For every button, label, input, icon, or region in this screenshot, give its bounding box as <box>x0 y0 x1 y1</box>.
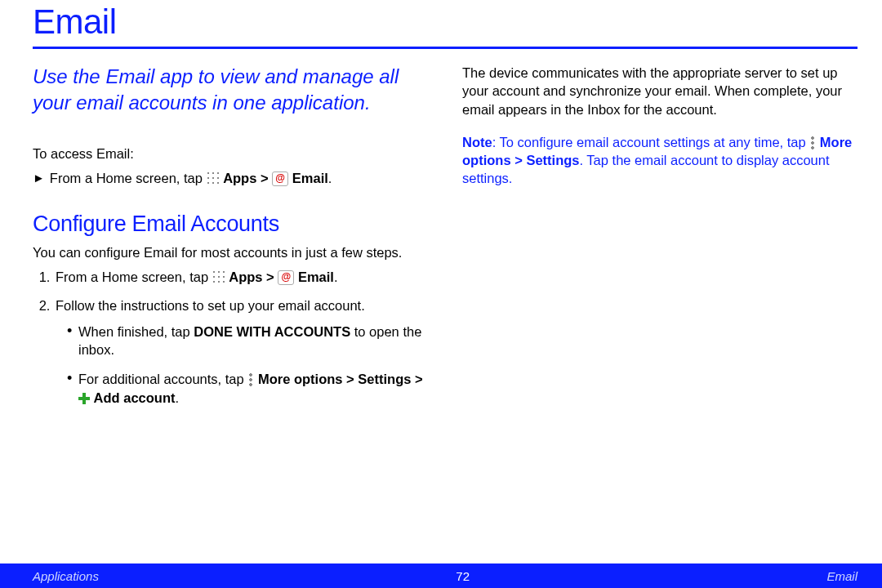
footer-section-name: Applications <box>33 569 99 583</box>
apps-grid-icon <box>212 270 225 283</box>
access-step: ► From a Home screen, tap Apps > Email. <box>33 169 428 188</box>
gt: > <box>266 270 274 284</box>
server-paragraph: The device communicates with the appropr… <box>462 64 858 118</box>
gt: > <box>261 171 269 185</box>
email-app-icon <box>272 172 288 186</box>
text-fragment: For additional accounts, tap <box>78 372 244 386</box>
apps-label: Apps <box>229 270 262 284</box>
configure-desc: You can configure Email for most account… <box>33 243 428 261</box>
apps-grid-icon <box>207 172 220 185</box>
access-label: To access Email: <box>33 145 428 163</box>
note-label: Note <box>462 135 492 149</box>
manual-page: Email Use the Email app to view and mana… <box>0 0 882 588</box>
page-title: Email <box>33 2 858 42</box>
plus-icon <box>78 393 90 404</box>
right-column: The device communicates with the appropr… <box>462 64 858 418</box>
title-rule <box>33 47 858 49</box>
sub-bullets: When finished, tap DONE WITH ACCOUNTS to… <box>56 323 428 407</box>
text-fragment: From a Home screen, tap <box>56 270 208 284</box>
sub-bullet-additional: For additional accounts, tap More option… <box>67 370 428 407</box>
two-column-layout: Use the Email app to view and manage all… <box>33 64 858 418</box>
footer-page-number: 72 <box>456 569 470 583</box>
settings-label: Settings <box>526 153 579 167</box>
apps-label: Apps <box>223 171 256 185</box>
done-with-accounts-label: DONE WITH ACCOUNTS <box>194 324 350 339</box>
gt: > <box>415 372 423 386</box>
period: . <box>334 270 338 284</box>
more-options-icon <box>809 136 816 149</box>
text-fragment: When finished, tap <box>78 324 190 339</box>
note-block: Note: To configure email account setting… <box>462 133 858 188</box>
page-footer: Applications 72 Email <box>0 564 882 588</box>
sub-bullet-done: When finished, tap DONE WITH ACCOUNTS to… <box>67 323 428 359</box>
email-label: Email <box>292 171 328 185</box>
period: . <box>176 390 180 405</box>
step-2: Follow the instructions to set up your e… <box>54 296 428 407</box>
gt: > <box>514 153 523 167</box>
step-1: From a Home screen, tap Apps > Email. <box>54 268 428 286</box>
text-fragment: Follow the instructions to set up your e… <box>56 298 365 313</box>
period: . <box>328 171 332 185</box>
intro-text: Use the Email app to view and manage all… <box>33 64 428 117</box>
text-fragment: From a Home screen, tap <box>50 171 203 185</box>
access-step-text: From a Home screen, tap Apps > Email. <box>50 169 332 187</box>
footer-topic: Email <box>826 569 858 583</box>
settings-label: Settings <box>358 372 411 386</box>
more-options-icon <box>247 373 254 386</box>
email-label: Email <box>298 270 334 284</box>
arrow-icon: ► <box>33 169 45 188</box>
configure-steps: From a Home screen, tap Apps > Email. Fo… <box>33 268 428 407</box>
more-options-label: More options <box>258 372 343 386</box>
note-prefix: : To configure email account settings at… <box>492 135 806 149</box>
left-column: Use the Email app to view and manage all… <box>33 64 436 418</box>
gt: > <box>346 372 354 386</box>
email-app-icon <box>278 270 294 285</box>
section-heading-configure: Configure Email Accounts <box>33 209 428 238</box>
add-account-label: Add account <box>94 390 176 405</box>
